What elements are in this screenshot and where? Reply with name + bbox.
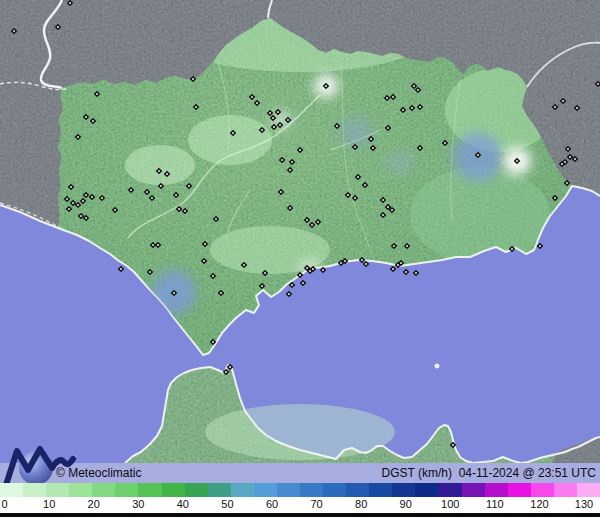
- station-marker-center: [243, 264, 245, 266]
- station-marker-center: [306, 219, 308, 221]
- station-marker-center: [160, 185, 162, 187]
- station-marker-center: [564, 161, 566, 163]
- scale-color-cell: [531, 483, 554, 497]
- station-marker-center: [387, 127, 389, 129]
- station-marker-center: [157, 244, 159, 246]
- station-marker-center: [419, 147, 421, 149]
- station-marker-center: [256, 102, 258, 104]
- scale-tick-label: 60: [266, 498, 278, 510]
- scale-tick-label: 110: [486, 498, 504, 510]
- station-marker-center: [175, 194, 177, 196]
- station-marker-center: [289, 207, 291, 209]
- station-marker-center: [357, 176, 359, 178]
- scale-tick-labels: 0102030405060708090100110120130: [0, 497, 600, 513]
- station-marker-center: [57, 26, 59, 28]
- station-marker-center: [405, 271, 407, 273]
- station-marker-center: [354, 146, 356, 148]
- station-marker-center: [212, 341, 214, 343]
- station-marker-center: [82, 200, 84, 202]
- meteoclimatic-logo: [10, 447, 74, 487]
- station-marker-center: [120, 268, 122, 270]
- station-marker-center: [101, 197, 103, 199]
- station-marker-center: [576, 107, 578, 109]
- station-marker-center: [370, 138, 372, 140]
- station-marker-center: [291, 161, 293, 163]
- station-marker-center: [406, 245, 408, 247]
- scale-color-cell: [300, 483, 323, 497]
- station-marker-center: [277, 111, 279, 113]
- station-marker-center: [279, 124, 281, 126]
- station-marker-center: [229, 366, 231, 368]
- scale-color-cell: [485, 483, 508, 497]
- station-marker-center: [130, 189, 132, 191]
- scale-color-cell: [554, 483, 577, 497]
- station-marker-center: [372, 147, 374, 149]
- station-marker-center: [188, 185, 190, 187]
- station-marker-center: [336, 125, 338, 127]
- scale-color-cell: [369, 483, 392, 497]
- station-marker-center: [68, 208, 70, 210]
- station-marker-center: [419, 106, 421, 108]
- station-marker-center: [289, 169, 291, 171]
- station-marker-center: [561, 163, 563, 165]
- scale-color-cell: [438, 483, 461, 497]
- station-marker-center: [85, 194, 87, 196]
- station-marker-center: [387, 206, 389, 208]
- scale-tick-label: 80: [355, 498, 367, 510]
- station-marker-center: [13, 30, 15, 32]
- station-marker-center: [204, 243, 206, 245]
- scale-color-cell: [462, 483, 485, 497]
- station-marker-center: [220, 292, 222, 294]
- scale-color-cell: [162, 483, 185, 497]
- station-marker-center: [554, 197, 556, 199]
- station-marker-center: [382, 214, 384, 216]
- station-marker-center: [69, 2, 71, 4]
- station-marker-center: [562, 100, 564, 102]
- station-marker-center: [152, 244, 154, 246]
- station-marker-center: [70, 186, 72, 188]
- station-marker-center: [212, 275, 214, 277]
- product-datetime-label: DGST (km/h) 04-11-2024 @ 23:51 UTC: [382, 466, 596, 480]
- scale-tick-label: 30: [132, 498, 144, 510]
- station-marker-center: [397, 264, 399, 266]
- scale-color-cell: [254, 483, 277, 497]
- station-marker-center: [269, 112, 271, 114]
- station-marker-center: [261, 285, 263, 287]
- station-marker-center: [66, 198, 68, 200]
- station-marker-center: [569, 156, 571, 158]
- station-marker-center: [309, 270, 311, 272]
- scale-color-cell: [508, 483, 531, 497]
- station-marker-center: [382, 199, 384, 201]
- station-marker-center: [354, 197, 356, 199]
- station-marker-center: [178, 208, 180, 210]
- station-marker-center: [299, 274, 301, 276]
- scale-tick-label: 10: [43, 498, 55, 510]
- station-marker-center: [158, 170, 160, 172]
- scale-color-cell: [46, 483, 69, 497]
- gust-color-scale: [0, 483, 600, 497]
- scale-color-cell: [69, 483, 92, 497]
- station-marker-center: [511, 248, 513, 250]
- station-marker-center: [77, 204, 79, 206]
- scale-color-cell: [392, 483, 415, 497]
- station-marker-center: [322, 269, 324, 271]
- station-marker-center: [312, 268, 314, 270]
- station-marker-center: [149, 271, 151, 273]
- scale-tick-label: 0: [2, 498, 8, 510]
- station-marker-center: [477, 154, 479, 156]
- scale-color-cell: [92, 483, 115, 497]
- station-marker-center: [251, 96, 253, 98]
- station-marker-center: [192, 78, 194, 80]
- scale-color-cell: [323, 483, 346, 497]
- station-marker-center: [287, 119, 289, 121]
- station-marker-center: [264, 272, 266, 274]
- station-marker-center: [417, 89, 419, 91]
- station-marker-center: [554, 106, 556, 108]
- morocco-shading: [205, 404, 395, 460]
- scale-color-cell: [138, 483, 161, 497]
- station-marker-center: [311, 224, 313, 226]
- scale-color-cell: [185, 483, 208, 497]
- station-marker-center: [340, 262, 342, 264]
- station-marker-center: [225, 371, 227, 373]
- gust-halo: [387, 150, 413, 176]
